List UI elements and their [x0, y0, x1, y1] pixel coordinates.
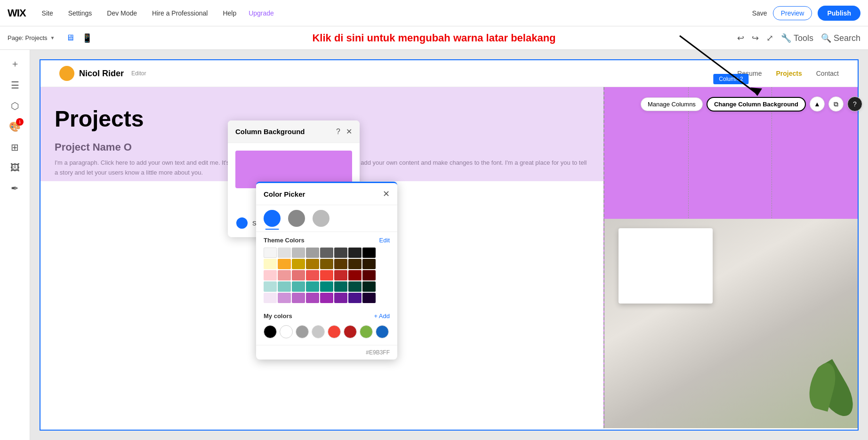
color-cell[interactable]: [264, 270, 277, 280]
color-cell[interactable]: [320, 293, 333, 303]
sidebar-add-icon[interactable]: ＋: [10, 57, 20, 70]
my-colors-grid: [264, 323, 390, 340]
save-button[interactable]: Save: [752, 9, 767, 17]
page-name: Page: Projects: [8, 34, 48, 41]
color-cell[interactable]: [278, 281, 291, 292]
sidebar-paint-icon[interactable]: 🎨 1: [9, 121, 21, 132]
color-cell[interactable]: [278, 259, 291, 269]
color-cell[interactable]: [264, 259, 277, 269]
color-cell[interactable]: [264, 281, 277, 292]
nav-upgrade[interactable]: Upgrade: [249, 9, 274, 17]
sidebar-menus-icon[interactable]: ⬡: [11, 100, 19, 112]
color-cell[interactable]: [292, 281, 305, 292]
sidebar-apps-icon[interactable]: ⊞: [11, 142, 19, 153]
color-cell[interactable]: [306, 259, 319, 269]
color-tab-solid[interactable]: [264, 210, 281, 227]
color-cell[interactable]: [320, 281, 333, 292]
color-cell[interactable]: [292, 293, 305, 303]
color-cell[interactable]: [348, 248, 362, 258]
color-cell[interactable]: [278, 270, 291, 280]
move-up-button[interactable]: ▲: [810, 96, 825, 112]
my-color-black[interactable]: [264, 325, 277, 338]
color-cell[interactable]: [320, 248, 333, 258]
zoom-button[interactable]: ⤢: [766, 33, 773, 43]
site-nav-contact[interactable]: Contact: [816, 70, 839, 77]
color-cell[interactable]: [278, 248, 291, 258]
color-cell[interactable]: [264, 248, 277, 258]
color-cell[interactable]: [306, 248, 319, 258]
dialog-help-button[interactable]: ?: [336, 127, 340, 136]
desktop-device-button[interactable]: 🖥: [64, 31, 76, 45]
color-cell[interactable]: [278, 293, 291, 303]
nav-help[interactable]: Help: [220, 8, 239, 19]
help-button[interactable]: ?: [847, 96, 862, 112]
theme-colors-section: Theme Colors Edit: [256, 232, 397, 308]
color-cell[interactable]: [292, 270, 305, 280]
color-cell[interactable]: [320, 259, 333, 269]
site-logo-name: Nicol Rider: [79, 69, 124, 79]
my-color-green[interactable]: [360, 325, 373, 338]
theme-colors-edit-link[interactable]: Edit: [379, 237, 390, 244]
color-tab-gradient2[interactable]: [313, 210, 330, 227]
my-color-white[interactable]: [280, 325, 293, 338]
site-logo-area: Nicol Rider Editor: [59, 66, 146, 81]
color-cell[interactable]: [334, 281, 347, 292]
color-cell[interactable]: [362, 259, 376, 269]
nav-hire[interactable]: Hire a Professional: [149, 8, 210, 19]
color-cell[interactable]: [348, 281, 362, 292]
my-colors-label: My colors: [264, 312, 292, 320]
dialog-title: Column Background: [235, 128, 305, 136]
sidebar-pen-icon[interactable]: ✒: [11, 183, 19, 194]
theme-colors-label: Theme Colors: [264, 237, 305, 244]
sidebar-pages-icon[interactable]: ☰: [11, 80, 19, 91]
color-cell[interactable]: [306, 293, 319, 303]
color-picker-close-button[interactable]: ✕: [383, 189, 390, 199]
site-nav-projects[interactable]: Projects: [776, 70, 802, 77]
site-logo-circle: [59, 66, 74, 81]
sidebar-media-icon[interactable]: 🖼: [10, 162, 20, 173]
color-cell[interactable]: [334, 259, 347, 269]
color-cell[interactable]: [306, 270, 319, 280]
copy-button[interactable]: ⧉: [828, 96, 844, 112]
preview-button[interactable]: Preview: [773, 6, 812, 20]
my-color-gray[interactable]: [296, 325, 309, 338]
color-cell[interactable]: [348, 259, 362, 269]
website-mockup: Nicol Rider Editor Resume Projects Conta…: [40, 59, 859, 431]
color-cell[interactable]: [320, 270, 333, 280]
nav-devmode[interactable]: Dev Mode: [104, 8, 140, 19]
redo-button[interactable]: ↪: [752, 33, 759, 43]
column-2: Column 2: [603, 87, 858, 428]
color-cell[interactable]: [362, 293, 376, 303]
color-cell[interactable]: [306, 281, 319, 292]
color-tab-gradient1[interactable]: [288, 210, 305, 227]
my-color-lightgray[interactable]: [312, 325, 325, 338]
nav-settings[interactable]: Settings: [65, 8, 95, 19]
dialog-close-button[interactable]: ✕: [346, 127, 352, 136]
color-cell[interactable]: [334, 293, 347, 303]
color-cell[interactable]: [264, 293, 277, 303]
nav-site[interactable]: Site: [39, 8, 56, 19]
color-cell[interactable]: [292, 259, 305, 269]
color-cell[interactable]: [334, 270, 347, 280]
color-cell[interactable]: [362, 270, 376, 280]
search-button[interactable]: 🔍 Search: [821, 33, 860, 43]
color-cell[interactable]: [292, 248, 305, 258]
color-cell[interactable]: [362, 248, 376, 258]
color-cell[interactable]: [348, 293, 362, 303]
color-cell[interactable]: [348, 270, 362, 280]
change-column-bg-button[interactable]: Change Column Background: [707, 97, 806, 112]
my-color-blue[interactable]: [376, 325, 389, 338]
color-cell[interactable]: [362, 281, 376, 292]
site-nav: Resume Projects Contact: [737, 70, 839, 77]
notification-badge: 1: [16, 118, 24, 126]
publish-button[interactable]: Publish: [818, 6, 860, 21]
my-color-darkred[interactable]: [344, 325, 357, 338]
my-color-red[interactable]: [328, 325, 341, 338]
undo-button[interactable]: ↩: [737, 33, 744, 43]
manage-columns-button[interactable]: Manage Columns: [641, 97, 703, 111]
add-color-link[interactable]: + Add: [374, 312, 390, 320]
tools-button[interactable]: 🔧 Tools: [781, 33, 813, 43]
color-cell[interactable]: [334, 248, 347, 258]
mobile-device-button[interactable]: 📱: [80, 31, 94, 45]
page-selector[interactable]: Page: Projects ▼: [8, 34, 55, 41]
